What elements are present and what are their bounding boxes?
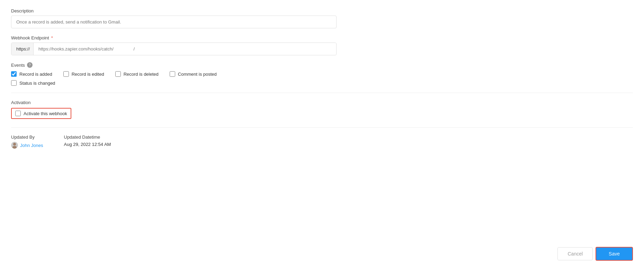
updated-columns: Updated By John Jones Updated Dateti [11,134,633,149]
event-comment-posted-checkbox[interactable] [170,71,175,77]
event-record-deleted-checkbox[interactable] [115,71,121,77]
divider [11,93,633,93]
event-comment-posted[interactable]: Comment is posted [170,71,217,77]
updated-by-label: Updated By [11,134,43,140]
events-section: Events ? Record is added Record is edite… [11,62,633,86]
updated-datetime-value: Aug 29, 2022 12:54 AM [64,142,111,147]
event-record-edited[interactable]: Record is edited [63,71,104,77]
activation-section: Activation Activate this webhook [11,100,633,119]
user-name: John Jones [20,143,43,148]
save-button[interactable]: Save [596,247,633,261]
events-row-2: Status is changed [11,80,633,86]
description-label: Description [11,8,633,13]
event-record-added-checkbox[interactable] [11,71,17,77]
updated-datetime-label: Updated Datetime [64,134,111,140]
webhook-endpoint-section: Webhook Endpoint * https:// [11,35,633,55]
activation-label: Activation [11,100,633,105]
user-avatar [11,142,18,149]
event-record-deleted[interactable]: Record is deleted [115,71,159,77]
events-label: Events ? [11,62,633,68]
description-section: Description [11,8,633,28]
activate-webhook-label: Activate this webhook [24,111,67,116]
user-link[interactable]: John Jones [11,142,43,149]
updated-by-value: John Jones [11,142,43,149]
webhook-endpoint-label: Webhook Endpoint * [11,35,633,40]
required-marker: * [51,35,53,40]
https-prefix: https:// [11,43,34,55]
svg-point-1 [12,146,17,149]
activate-webhook-wrapper[interactable]: Activate this webhook [11,108,71,119]
updated-datetime-col: Updated Datetime Aug 29, 2022 12:54 AM [64,134,111,147]
activate-webhook-checkbox[interactable] [15,111,21,116]
cancel-button[interactable]: Cancel [557,247,593,260]
updated-by-col: Updated By John Jones [11,134,43,149]
webhook-url-input[interactable] [34,43,336,55]
event-record-edited-checkbox[interactable] [63,71,69,77]
footer-buttons: Cancel Save [557,247,633,261]
webhook-endpoint-row: https:// [11,43,337,55]
event-record-added[interactable]: Record is added [11,71,52,77]
divider-2 [11,127,633,128]
updated-section: Updated By John Jones Updated Dateti [11,134,633,149]
svg-point-0 [13,143,16,146]
events-help-icon[interactable]: ? [27,62,33,68]
event-status-changed[interactable]: Status is changed [11,80,55,86]
description-input[interactable] [11,16,337,28]
event-status-changed-checkbox[interactable] [11,80,17,86]
events-row-1: Record is added Record is edited Record … [11,71,633,77]
